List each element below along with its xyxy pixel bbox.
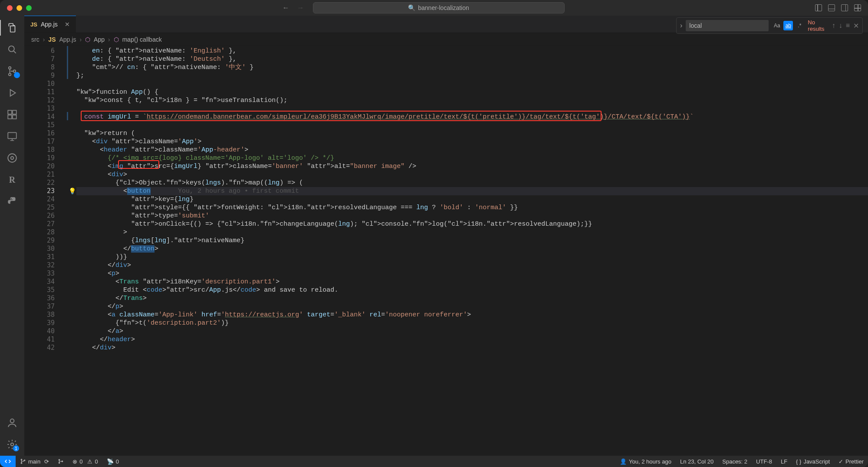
code-line[interactable]: [76, 121, 868, 129]
toggle-secondary-sidebar-icon[interactable]: [841, 4, 848, 11]
indentation-status[interactable]: Spaces: 2: [718, 458, 752, 465]
code-line[interactable]: </header>: [76, 335, 868, 344]
line-number[interactable]: 12: [24, 96, 55, 104]
search-activity-icon[interactable]: [6, 43, 18, 56]
line-number[interactable]: 23: [24, 187, 55, 195]
code-line[interactable]: "cmt">// cn: { "attr">nativeName: '中文' }: [76, 63, 868, 72]
find-next-icon[interactable]: ↓: [839, 22, 842, 30]
bc-folder[interactable]: src: [31, 36, 39, 43]
find-selection-icon[interactable]: ≡: [846, 22, 850, 30]
command-center[interactable]: 🔍 banner-localization: [313, 2, 565, 13]
nav-forward-icon[interactable]: →: [297, 4, 304, 12]
line-number[interactable]: 8: [24, 63, 55, 71]
minimize-window-button[interactable]: [16, 5, 22, 11]
bc-file[interactable]: App.js: [59, 36, 76, 43]
sync-icon[interactable]: ⟳: [44, 458, 49, 465]
regex-toggle[interactable]: .*: [795, 21, 804, 30]
git-graph-status[interactable]: [53, 458, 68, 464]
line-number[interactable]: 7: [24, 55, 55, 63]
code-line[interactable]: "kw">const { t, "cl">i18n } = "fn">useTr…: [76, 96, 868, 105]
code-line[interactable]: >: [76, 228, 868, 237]
toggle-panel-icon[interactable]: [828, 4, 835, 11]
line-number[interactable]: 15: [24, 121, 55, 129]
line-number[interactable]: 6: [24, 47, 55, 55]
line-number[interactable]: 28: [24, 228, 55, 236]
code-line[interactable]: en: { "attr">nativeName: 'English' },: [76, 47, 868, 55]
accounts-icon[interactable]: [6, 417, 18, 429]
code-line[interactable]: <header "attr">className='App-header'>: [76, 146, 868, 154]
cursor-position-status[interactable]: Ln 23, Col 20: [676, 458, 718, 465]
blame-status[interactable]: 👤 You, 2 hours ago: [615, 458, 676, 465]
line-number[interactable]: 27: [24, 220, 55, 228]
lightbulb-icon[interactable]: 💡: [69, 187, 76, 194]
code-line[interactable]: </button>: [76, 245, 868, 253]
code-line[interactable]: <img "attr">src={imgUrl} "attr">classNam…: [76, 162, 868, 171]
code-line[interactable]: </div>: [76, 344, 868, 352]
line-number[interactable]: 17: [24, 138, 55, 145]
explorer-icon[interactable]: [6, 22, 18, 34]
code-line[interactable]: {"fn">t('description.part2')}: [76, 319, 868, 327]
extensions-icon[interactable]: [6, 109, 18, 121]
code-line[interactable]: Edit <code>"attr">src/App.js</code> and …: [76, 286, 868, 294]
settings-gear-icon[interactable]: 1: [6, 438, 18, 451]
tab-app-js[interactable]: JS App.js ✕: [24, 16, 76, 33]
code-line[interactable]: <button You, 2 hours ago • first commit: [76, 187, 868, 195]
language-mode-status[interactable]: { } JavaScript: [792, 458, 834, 465]
line-number[interactable]: 25: [24, 204, 55, 211]
problems-status[interactable]: ⊗0 ⚠0: [68, 458, 102, 465]
find-input[interactable]: [686, 20, 769, 31]
ports-status[interactable]: 📡0: [102, 458, 123, 465]
line-number[interactable]: 18: [24, 146, 55, 154]
line-number[interactable]: 41: [24, 335, 55, 343]
code-line[interactable]: "attr">key={lng}: [76, 195, 868, 204]
remote-explorer-icon[interactable]: [6, 130, 18, 142]
code-line[interactable]: </a>: [76, 327, 868, 335]
line-number[interactable]: 29: [24, 237, 55, 244]
find-close-icon[interactable]: ✕: [853, 22, 859, 30]
line-number[interactable]: 34: [24, 278, 55, 286]
line-number[interactable]: 32: [24, 261, 55, 269]
line-number[interactable]: 13: [24, 105, 55, 112]
close-window-button[interactable]: [7, 5, 13, 11]
customize-layout-icon[interactable]: [854, 4, 861, 11]
code-line[interactable]: <div "attr">className='App'>: [76, 138, 868, 146]
remote-indicator[interactable]: [0, 456, 16, 467]
code-line[interactable]: "kw">return (: [76, 129, 868, 138]
code-line[interactable]: [76, 80, 868, 88]
line-number[interactable]: 20: [24, 162, 55, 170]
git-branch-status[interactable]: main ⟳: [16, 458, 53, 465]
line-number[interactable]: 24: [24, 195, 55, 203]
code-line[interactable]: "attr">type='submit': [76, 212, 868, 220]
code-line[interactable]: de: { "attr">nativeName: 'Deutsch' },: [76, 55, 868, 63]
line-number[interactable]: 36: [24, 294, 55, 302]
line-number[interactable]: 38: [24, 311, 55, 319]
code-line[interactable]: <Trans "attr">i18nKey='description.part1…: [76, 278, 868, 286]
line-number[interactable]: 22: [24, 179, 55, 187]
code-line[interactable]: "kw">function App() {: [76, 88, 868, 96]
line-number[interactable]: 39: [24, 319, 55, 327]
gitlens-icon[interactable]: [6, 152, 18, 164]
line-number[interactable]: 9: [24, 72, 55, 79]
code-line[interactable]: </Trans>: [76, 294, 868, 303]
nav-back-icon[interactable]: ←: [283, 4, 289, 12]
code-line[interactable]: "attr">style={{ "attr">fontWeight: "cl">…: [76, 204, 868, 212]
maximize-window-button[interactable]: [26, 5, 32, 11]
line-number[interactable]: 40: [24, 327, 55, 335]
code-line[interactable]: </p>: [76, 303, 868, 311]
tab-close-icon[interactable]: ✕: [65, 21, 70, 28]
code-line[interactable]: ))}: [76, 253, 868, 261]
code-line[interactable]: </div>: [76, 261, 868, 270]
code-line[interactable]: <div>: [76, 171, 868, 179]
code-editor[interactable]: 6789101112131415161718192021222324252627…: [24, 46, 868, 456]
line-number[interactable]: 21: [24, 171, 55, 178]
prettier-status[interactable]: ✓ Prettier: [834, 458, 868, 465]
encoding-status[interactable]: UTF-8: [752, 458, 776, 465]
toggle-primary-sidebar-icon[interactable]: [815, 4, 822, 11]
code-line[interactable]: {/* <img src={logo} className='App-logo'…: [76, 154, 868, 162]
line-number[interactable]: 30: [24, 245, 55, 253]
code-line[interactable]: {"cl">Object."fn">keys(lngs)."fn">map((l…: [76, 179, 868, 187]
code-line[interactable]: <a className='App-link' href='https://re…: [76, 311, 868, 319]
code-line[interactable]: <p>: [76, 270, 868, 278]
find-prev-icon[interactable]: ↑: [832, 22, 835, 30]
line-number[interactable]: 42: [24, 344, 55, 352]
